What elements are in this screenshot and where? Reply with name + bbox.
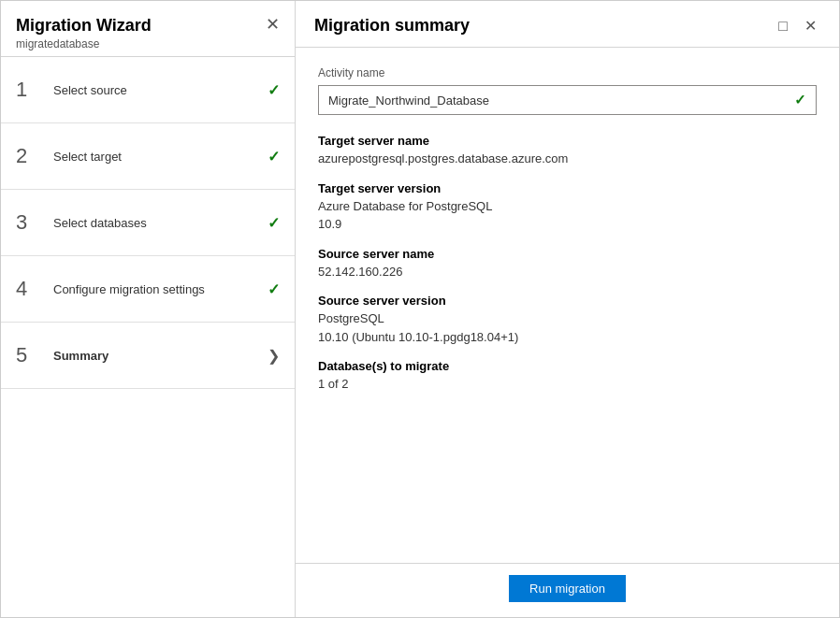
step-label-3: Select databases xyxy=(53,216,268,230)
right-header: Migration summary □ ✕ xyxy=(296,1,839,48)
step-item-1[interactable]: 1 Select source ✓ xyxy=(1,57,295,123)
step-check-2: ✓ xyxy=(268,148,280,165)
step-label-2: Select target xyxy=(53,150,268,164)
activity-name-label: Activity name xyxy=(318,66,817,79)
left-panel: Migration Wizard migratedatabase ✕ 1 Sel… xyxy=(1,1,296,617)
target-server-name-value: azurepostgresql.postgres.database.azure.… xyxy=(318,150,817,168)
step-label-1: Select source xyxy=(53,83,268,97)
source-server-name-section: Source server name 52.142.160.226 xyxy=(318,247,817,281)
source-server-version-section: Source server version PostgreSQL 10.10 (… xyxy=(318,294,817,346)
step-number-5: 5 xyxy=(16,343,42,367)
step-item-4[interactable]: 4 Configure migration settings ✓ xyxy=(1,256,295,323)
chevron-right-icon: ❯ xyxy=(268,347,280,365)
right-content: Activity name ✓ Target server name azure… xyxy=(296,48,839,563)
step-number-3: 3 xyxy=(16,210,42,235)
databases-to-migrate-value: 1 of 2 xyxy=(318,375,817,394)
step-item-3[interactable]: 3 Select databases ✓ xyxy=(1,190,295,256)
maximize-button[interactable]: □ xyxy=(775,17,791,36)
source-server-name-value: 52.142.160.226 xyxy=(318,263,817,281)
migration-wizard-dialog: Migration Wizard migratedatabase ✕ 1 Sel… xyxy=(0,0,840,618)
step-label-5: Summary xyxy=(53,349,268,363)
target-server-version-line2: 10.9 xyxy=(318,215,817,234)
source-server-version-line1: PostgreSQL xyxy=(318,309,817,328)
databases-to-migrate-label: Database(s) to migrate xyxy=(318,359,817,373)
step-check-1: ✓ xyxy=(268,81,280,99)
activity-name-input[interactable] xyxy=(328,93,794,108)
step-number-4: 4 xyxy=(16,277,42,301)
step-check-4: ✓ xyxy=(268,280,280,298)
databases-to-migrate-section: Database(s) to migrate 1 of 2 xyxy=(318,359,817,394)
source-server-version-label: Source server version xyxy=(318,294,817,308)
source-server-version-line2: 10.10 (Ubuntu 10.10-1.pgdg18.04+1) xyxy=(318,328,817,347)
activity-check-icon: ✓ xyxy=(794,92,806,108)
source-server-name-label: Source server name xyxy=(318,247,817,261)
step-number-1: 1 xyxy=(16,78,42,102)
step-number-2: 2 xyxy=(16,144,42,168)
step-item-2[interactable]: 2 Select target ✓ xyxy=(1,123,295,190)
activity-input-row: ✓ xyxy=(318,85,817,115)
step-item-5[interactable]: 5 Summary ❯ xyxy=(1,323,295,389)
step-check-3: ✓ xyxy=(268,214,280,232)
right-title: Migration summary xyxy=(314,16,470,36)
wizard-subtitle: migratedatabase xyxy=(16,37,152,50)
right-panel: Migration summary □ ✕ Activity name ✓ Ta… xyxy=(296,1,839,617)
step-list: 1 Select source ✓ 2 Select target ✓ 3 Se… xyxy=(1,57,295,617)
right-footer: Run migration xyxy=(296,563,839,617)
target-server-name-section: Target server name azurepostgresql.postg… xyxy=(318,134,817,168)
target-server-name-label: Target server name xyxy=(318,134,817,148)
target-server-version-line1: Azure Database for PostgreSQL xyxy=(318,197,817,216)
right-close-button[interactable]: ✕ xyxy=(801,17,820,36)
run-migration-button[interactable]: Run migration xyxy=(509,575,626,602)
right-header-icons: □ ✕ xyxy=(775,17,820,36)
step-label-4: Configure migration settings xyxy=(53,282,268,296)
left-close-button[interactable]: ✕ xyxy=(266,16,280,33)
target-server-version-label: Target server version xyxy=(318,181,817,195)
target-server-version-section: Target server version Azure Database for… xyxy=(318,181,817,234)
wizard-title: Migration Wizard xyxy=(16,16,152,36)
left-header: Migration Wizard migratedatabase ✕ xyxy=(1,1,295,57)
